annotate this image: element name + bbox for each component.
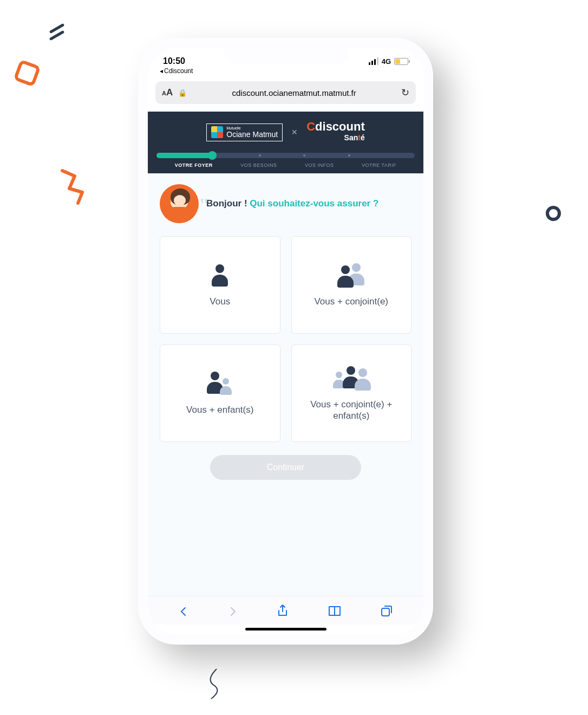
back-caret-icon: ◂ [160, 67, 163, 75]
address-bar[interactable]: AA 🔒 cdiscount.ocianematmut.matmut.fr ↻ [155, 81, 416, 104]
home-indicator[interactable] [245, 628, 326, 630]
greeting-text: Bonjour ! Qui souhaitez-vous assurer ? [206, 198, 378, 209]
main-content: Bonjour ! Qui souhaitez-vous assurer ? V… [148, 173, 423, 596]
progress-steps: VOTRE FOYER VOS BESOINS VOS INFOS VOTRE … [156, 153, 415, 168]
decoration-zigzag [60, 162, 103, 206]
person-child-icon [205, 370, 235, 396]
nav-forward-button[interactable] [227, 605, 238, 620]
decoration-square [13, 59, 41, 87]
tabs-button[interactable] [380, 604, 393, 621]
text-size-button[interactable]: AA [162, 87, 173, 98]
step-label[interactable]: VOS INFOS [305, 162, 334, 168]
status-time: 10:50 [163, 56, 185, 66]
svg-rect-0 [382, 608, 389, 616]
decoration-dashes [49, 27, 65, 37]
greeting-row: Bonjour ! Qui souhaitez-vous assurer ? [160, 184, 411, 223]
decoration-circle [546, 206, 561, 221]
person-icon [207, 262, 233, 288]
signal-icon [369, 57, 378, 65]
refresh-icon[interactable]: ↻ [401, 87, 409, 99]
browser-toolbar [148, 596, 423, 625]
option-label: Vous + conjoint(e) + enfant(s) [298, 399, 405, 422]
option-label: Vous + enfant(s) [186, 404, 253, 415]
phone-notch [224, 48, 348, 64]
step-label[interactable]: VOTRE FOYER [175, 162, 213, 168]
family-icon [332, 365, 371, 391]
brand-name: Ociane Matmut [226, 130, 278, 139]
header-banner: Mutuelle Ociane Matmut ✕ Cdiscount Santé [148, 112, 423, 173]
option-label: Vous + conjoint(e) [314, 296, 388, 307]
brand-separator: ✕ [291, 128, 298, 136]
url-text: cdiscount.ocianematmut.matmut.fr [192, 88, 396, 98]
continue-button[interactable]: Continuer [210, 455, 361, 480]
brand-super: Mutuelle [226, 126, 278, 130]
back-to-app[interactable]: ◂ Cdiscount [148, 67, 423, 79]
cdiscount-sante-logo: Cdiscount Santé [306, 121, 365, 143]
back-app-label: Cdiscount [164, 67, 193, 75]
ociane-matmut-logo: Mutuelle Ociane Matmut [206, 123, 283, 141]
option-vous-conjoint-enfants[interactable]: Vous + conjoint(e) + enfant(s) [291, 344, 412, 442]
phone-screen: 10:50 4G ◂ Cdiscount AA 🔒 cdiscount.ocia… [148, 48, 423, 635]
bookmarks-button[interactable] [328, 605, 342, 620]
step-label[interactable]: VOTRE TARIF [362, 162, 396, 168]
share-button[interactable] [277, 604, 289, 621]
option-label: Vous [210, 296, 230, 307]
decoration-squiggle [200, 666, 233, 704]
lock-icon: 🔒 [178, 89, 187, 97]
battery-icon [394, 58, 408, 65]
people-icon [335, 262, 368, 288]
step-label[interactable]: VOS BESOINS [240, 162, 277, 168]
phone-frame: 10:50 4G ◂ Cdiscount AA 🔒 cdiscount.ocia… [138, 38, 433, 645]
nav-back-button[interactable] [178, 605, 189, 620]
option-vous[interactable]: Vous [160, 236, 280, 334]
option-vous-enfants[interactable]: Vous + enfant(s) [160, 344, 280, 442]
network-label: 4G [382, 57, 391, 66]
assistant-avatar [160, 184, 199, 223]
option-vous-conjoint[interactable]: Vous + conjoint(e) [291, 236, 412, 334]
